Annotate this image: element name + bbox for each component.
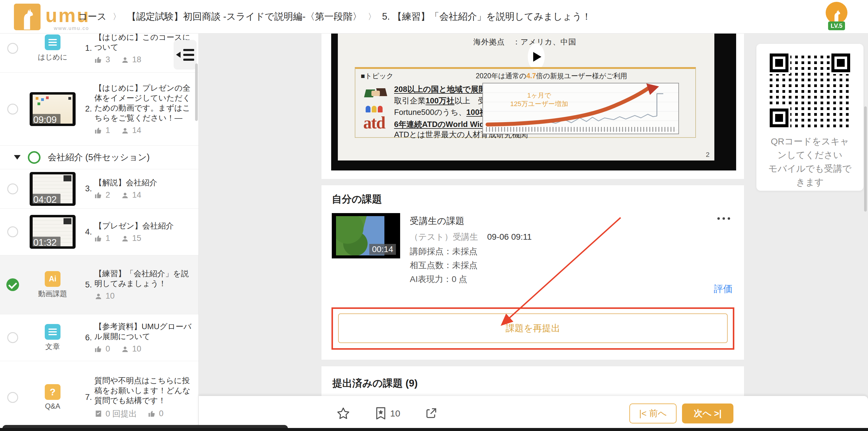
video-duration: 01:32 (30, 237, 61, 249)
radio-unchecked-icon[interactable] (7, 392, 18, 403)
sidebar-item-3[interactable]: 04:02 3. 【解説】会社紹介 2 14 (0, 169, 198, 208)
breadcrumb-courses[interactable]: コース (78, 10, 106, 23)
qr-instructions: QRコードをスキャ ンしてください モバイルでも受講で きます (756, 134, 864, 189)
item-number: 3. (80, 184, 94, 193)
item-type-label: 動画課題 (38, 289, 67, 299)
assignment-author-row: （テスト）受講生 09-06 09:11 (410, 231, 532, 243)
item-title: 【プレゼン】会社紹介 (94, 221, 195, 231)
video-player[interactable]: 海外拠点 ：アメリカ、中国 ■トピック 208以上の国と地域で展開 取引企業10… (331, 33, 736, 170)
attendee-count: 14 (132, 126, 141, 135)
sidebar-item-4[interactable]: 01:32 4. 【プレゼン】会社紹介 1 15 (0, 208, 198, 255)
item-title: 【解説】会社紹介 (94, 178, 195, 188)
person-icon (121, 234, 129, 242)
more-options-icon[interactable] (717, 217, 730, 220)
handshake-icon (365, 87, 386, 102)
document-icon (45, 34, 61, 50)
evaluate-link[interactable]: 評価 (714, 283, 733, 295)
progress-ring-icon (28, 151, 40, 164)
chart-axis-ticks (486, 127, 675, 132)
sidebar-item-5-selected[interactable]: Ai 動画課題 5. 【練習】「会社紹介」を説明してみましょう！ 10 (0, 255, 198, 314)
sidebar-scrollbar[interactable] (195, 63, 198, 121)
question-icon: ? (45, 384, 61, 400)
section-header-company-intro[interactable]: 会社紹介 (5件セッション) (0, 146, 198, 169)
next-button[interactable]: 次へ >| (682, 403, 734, 424)
avatar (826, 2, 847, 24)
left-arrow-icon (176, 52, 181, 58)
slide-line-1: 208以上の国と地域で展開 (394, 84, 486, 95)
item-number: 4. (80, 227, 94, 237)
attendee-count: 10 (105, 291, 115, 301)
thumbs-up-icon (94, 56, 102, 64)
chevron-separator-icon: 〉 (368, 11, 376, 22)
sidebar-item-6[interactable]: 文章 6. 【参考資料】UMUグローバル展開について 0 10 (0, 314, 198, 361)
slide-overseas-text: 海外拠点 ：アメリカ、中国 (473, 37, 576, 47)
collapse-triangle-icon[interactable] (14, 155, 21, 160)
attendee-count: 15 (132, 234, 141, 243)
item-type-label: はじめに (38, 52, 67, 62)
thumbs-up-icon (94, 234, 102, 242)
share-button[interactable] (425, 407, 437, 420)
previous-button[interactable]: |< 前へ (629, 403, 677, 424)
star-icon (336, 407, 350, 420)
slide-topic-box: ■トピック 208以上の国と地域で展開 取引企業100万社以上 受講者1億200… (355, 67, 696, 138)
item-title: 質問や不明点はこちらに投稿をお願いします！どんな質問でも結構です！ (94, 376, 195, 406)
breadcrumb-course-title[interactable]: 【認定試験】初回商談 -スライドで説明編-〈第一段階〉 (127, 10, 362, 23)
slide-frame: 海外拠点 ：アメリカ、中国 ■トピック 208以上の国と地域で展開 取引企業10… (338, 33, 714, 161)
thumbs-up-icon (94, 126, 102, 134)
assignment-thumbnail[interactable]: 00:14 (332, 213, 400, 258)
my-assignment-heading: 自分の課題 (332, 193, 382, 206)
topic-label: ■トピック (361, 71, 394, 81)
radio-unchecked-icon[interactable] (7, 184, 18, 194)
play-button[interactable] (528, 43, 545, 70)
submission-count: 0 回提出 (105, 408, 137, 419)
ai-expression-score: AI表現力：0 点 (410, 273, 467, 285)
sidebar-item-7[interactable]: ? Q&A 7. 質問や不明点はこちらに投稿をお願いします！どんな質問でも結構で… (0, 361, 198, 431)
completed-check-icon (6, 278, 19, 291)
item-title: 【はじめに】プレゼンの全体をイメージしていただくための動画です。まずはこちらをご… (94, 83, 195, 123)
level-badge: LV.5 (828, 22, 845, 30)
user-level-avatar[interactable]: LV.5 (823, 2, 850, 30)
thumbs-up-icon (148, 409, 156, 418)
like-count: 2 (105, 190, 110, 200)
radio-unchecked-icon[interactable] (7, 226, 18, 237)
sidebar-collapse-button[interactable] (174, 40, 196, 69)
video-duration: 04:02 (30, 194, 61, 206)
slide-right-title: 2020年は通常の4.7倍の新規ユーザー様がご利用 (476, 71, 627, 81)
assignment-duration: 00:14 (369, 244, 396, 255)
radio-unchecked-icon[interactable] (7, 43, 18, 54)
resubmit-assignment-button[interactable]: 課題を再提出 (338, 313, 728, 343)
chevron-separator-icon: 〉 (113, 11, 121, 22)
medal-icon (375, 407, 386, 420)
giraffe-icon (19, 6, 35, 30)
favorite-star-button[interactable] (336, 407, 350, 420)
qr-panel: QRコードをスキャ ンしてください モバイルでも受講で きます (756, 44, 864, 191)
prev-arrow-icon: |< (639, 409, 646, 419)
sidebar-item-1[interactable]: はじめに 1. 【はじめに】このコースについて 3 18 (0, 33, 198, 72)
video-thumbnail[interactable]: 04:02 (30, 172, 75, 206)
item-number: 1. (80, 43, 94, 53)
chart-caption: 1ヶ月で125万ユーザー増加 (510, 91, 568, 108)
slide-page-number: 2 (706, 151, 710, 159)
thumbs-up-icon (94, 191, 102, 199)
next-arrow-icon: >| (714, 409, 722, 419)
like-count: 1 (105, 234, 110, 243)
item-number: 2. (80, 104, 94, 114)
video-player-card: 海外拠点 ：アメリカ、中国 ■トピック 208以上の国と地域で展開 取引企業10… (321, 33, 744, 179)
medal-count: 10 (390, 408, 400, 419)
person-icon (121, 345, 129, 353)
umu-logo-icon[interactable] (14, 4, 40, 30)
like-count: 0 (105, 344, 110, 354)
umu-course-page: umu www.umu.co コース 〉 【認定試験】初回商談 -スライドで説明… (0, 0, 868, 431)
header: umu www.umu.co コース 〉 【認定試験】初回商談 -スライドで説明… (0, 0, 868, 34)
page-scrollbar[interactable] (864, 106, 867, 211)
video-thumbnail[interactable]: 01:32 (30, 215, 75, 249)
medal-score-button[interactable]: 10 (375, 407, 400, 420)
radio-unchecked-icon[interactable] (7, 104, 18, 114)
section-title: 会社紹介 (5件セッション) (48, 152, 150, 164)
radio-unchecked-icon[interactable] (7, 332, 18, 343)
share-icon (425, 407, 437, 420)
video-thumbnail[interactable]: 09:09 (30, 92, 75, 126)
sidebar-item-2[interactable]: 09:09 2. 【はじめに】プレゼンの全体をイメージしていただくための動画です… (0, 72, 198, 146)
item-title: 【参考資料】UMUグローバル展開について (94, 322, 195, 341)
item-number: 5. (80, 280, 94, 290)
